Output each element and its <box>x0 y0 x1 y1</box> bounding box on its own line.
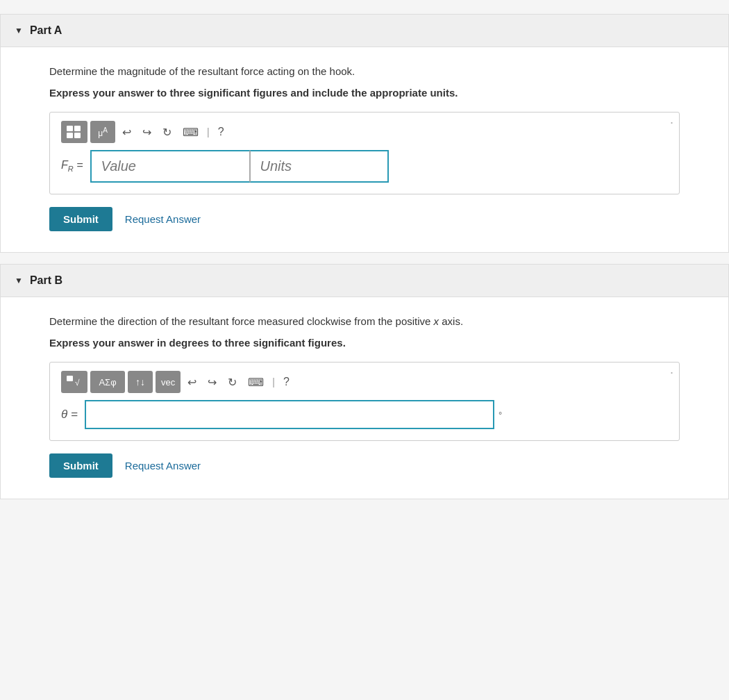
help-button-b[interactable]: ? <box>279 373 294 391</box>
part-a-toolbar: μA ↩ ↪ ↻ ⌨ | ? <box>61 121 668 143</box>
part-a-title: Part A <box>30 24 62 37</box>
part-b-chevron[interactable]: ▼ <box>15 276 23 285</box>
greek-button-b[interactable]: ΑΣφ <box>90 371 125 393</box>
arrows-label-b: ↑↓ <box>135 376 145 388</box>
corner-dot-b: · <box>670 366 673 378</box>
toolbar-sep-a: | <box>207 126 210 138</box>
units-format-label-a: μA <box>98 126 108 138</box>
svg-text:√: √ <box>75 378 80 388</box>
refresh-button-b[interactable]: ↻ <box>224 373 241 392</box>
part-a-input-row: FR = <box>61 150 668 183</box>
vec-label-b: vec <box>161 377 175 388</box>
part-b-body: Determine the direction of the resultant… <box>1 297 728 499</box>
toolbar-sep-b: | <box>272 376 275 388</box>
part-a-body: Determine the magnitude of the resultant… <box>1 47 728 252</box>
part-b-input-row: θ = ° <box>61 400 668 429</box>
svg-rect-3 <box>74 133 81 138</box>
greek-label-b: ΑΣφ <box>99 377 116 388</box>
undo-button-a[interactable]: ↩ <box>118 123 135 142</box>
vec-button-b[interactable]: vec <box>156 371 181 393</box>
part-b-input-label: θ = <box>61 408 78 422</box>
part-a-chevron[interactable]: ▼ <box>15 26 23 35</box>
template-button-a[interactable] <box>61 121 87 143</box>
part-b-actions: Submit Request Answer <box>49 453 680 478</box>
part-b-question-line1: Determine the direction of the resultant… <box>49 314 680 330</box>
part-b-toolbar: √ ΑΣφ ↑↓ vec ↩ <box>61 371 668 393</box>
undo-button-b[interactable]: ↩ <box>183 373 201 392</box>
part-a-question-line1: Determine the magnitude of the resultant… <box>49 64 680 80</box>
corner-dot-a: · <box>670 116 673 128</box>
part-b-theta-input[interactable] <box>85 400 494 429</box>
keyboard-button-a[interactable]: ⌨ <box>178 123 203 142</box>
svg-rect-1 <box>74 126 81 131</box>
part-a-value-input[interactable] <box>90 150 250 183</box>
arrows-button-b[interactable]: ↑↓ <box>128 371 153 393</box>
part-a-header: ▼ Part A <box>1 15 728 47</box>
part-a-request-link[interactable]: Request Answer <box>125 213 201 225</box>
part-b-submit-button[interactable]: Submit <box>49 453 112 478</box>
units-format-button-a[interactable]: μA <box>90 121 115 143</box>
refresh-button-a[interactable]: ↻ <box>158 123 176 142</box>
part-b-title: Part B <box>30 274 62 287</box>
part-a-answer-box: · μA ↩ <box>49 112 680 194</box>
degree-symbol: ° <box>498 410 502 420</box>
svg-rect-0 <box>67 126 73 131</box>
part-a-section: ▼ Part A Determine the magnitude of the … <box>0 14 729 253</box>
keyboard-button-b[interactable]: ⌨ <box>244 373 268 392</box>
part-b-section: ▼ Part B Determine the direction of the … <box>0 264 729 499</box>
help-button-a[interactable]: ? <box>214 123 228 141</box>
part-b-answer-box: · √ ΑΣφ ↑↓ <box>49 362 680 441</box>
part-a-submit-button[interactable]: Submit <box>49 207 112 231</box>
part-a-input-label: FR = <box>61 159 83 173</box>
svg-rect-2 <box>67 133 73 138</box>
template-button-b[interactable]: √ <box>61 371 87 393</box>
part-b-question-line2: Express your answer in degrees to three … <box>49 335 680 351</box>
page-wrapper: ▼ Part A Determine the magnitude of the … <box>0 0 729 524</box>
part-b-request-link[interactable]: Request Answer <box>125 460 201 472</box>
part-b-header: ▼ Part B <box>1 265 728 297</box>
part-a-question-line2: Express your answer to three significant… <box>49 85 680 101</box>
redo-button-a[interactable]: ↪ <box>138 123 156 142</box>
redo-button-b[interactable]: ↪ <box>203 373 221 392</box>
part-a-actions: Submit Request Answer <box>49 207 680 231</box>
part-a-units-input[interactable] <box>250 150 389 183</box>
svg-rect-4 <box>67 376 73 381</box>
